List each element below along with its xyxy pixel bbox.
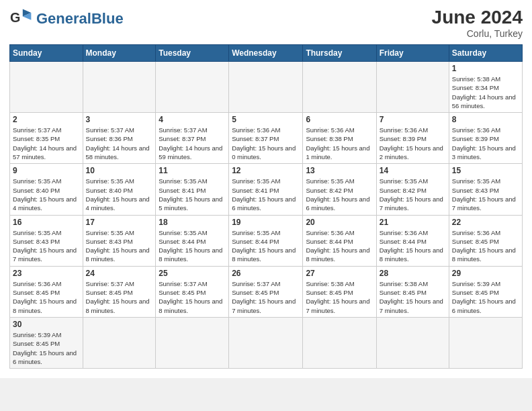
- day-number: 7: [380, 115, 446, 124]
- col-wednesday: Wednesday: [229, 45, 303, 62]
- day-info: Sunrise: 5:35 AM Sunset: 8:41 PM Dayligh…: [232, 177, 300, 212]
- table-row: [229, 317, 303, 368]
- day-info: Sunrise: 5:39 AM Sunset: 8:45 PM Dayligh…: [13, 330, 80, 366]
- day-info: Sunrise: 5:38 AM Sunset: 8:34 PM Dayligh…: [452, 75, 519, 110]
- table-row: 10Sunrise: 5:35 AM Sunset: 8:40 PM Dayli…: [83, 164, 156, 215]
- day-number: 28: [380, 269, 446, 278]
- title-block: June 2024 Corlu, Turkey: [432, 7, 523, 39]
- day-number: 8: [452, 115, 519, 124]
- table-row: 23Sunrise: 5:36 AM Sunset: 8:45 PM Dayli…: [10, 266, 83, 317]
- day-number: 11: [159, 166, 226, 175]
- day-info: Sunrise: 5:38 AM Sunset: 8:45 PM Dayligh…: [380, 279, 446, 315]
- logo-blue: Blue: [91, 10, 124, 27]
- day-info: Sunrise: 5:35 AM Sunset: 8:44 PM Dayligh…: [232, 228, 300, 264]
- day-number: 6: [306, 115, 373, 124]
- day-info: Sunrise: 5:36 AM Sunset: 8:44 PM Dayligh…: [380, 228, 446, 264]
- day-number: 4: [159, 115, 226, 124]
- day-number: 2: [13, 115, 80, 124]
- calendar-table: Sunday Monday Tuesday Wednesday Thursday…: [9, 44, 523, 369]
- day-number: 16: [13, 218, 80, 227]
- logo-general: General: [36, 10, 91, 27]
- day-number: 26: [232, 269, 300, 278]
- table-row: 1Sunrise: 5:38 AM Sunset: 8:34 PM Daylig…: [449, 62, 522, 113]
- day-number: 5: [232, 115, 300, 124]
- day-number: 27: [306, 269, 373, 278]
- calendar-week-2: 2Sunrise: 5:37 AM Sunset: 8:35 PM Daylig…: [10, 113, 523, 164]
- table-row: 24Sunrise: 5:37 AM Sunset: 8:45 PM Dayli…: [83, 266, 156, 317]
- table-row: 6Sunrise: 5:36 AM Sunset: 8:38 PM Daylig…: [303, 113, 376, 164]
- table-row: 9Sunrise: 5:35 AM Sunset: 8:40 PM Daylig…: [10, 164, 83, 215]
- table-row: 16Sunrise: 5:35 AM Sunset: 8:43 PM Dayli…: [10, 215, 83, 266]
- month-year: June 2024: [432, 7, 523, 28]
- day-info: Sunrise: 5:35 AM Sunset: 8:40 PM Dayligh…: [13, 177, 80, 212]
- day-number: 14: [380, 166, 446, 175]
- day-number: 29: [452, 269, 519, 278]
- day-info: Sunrise: 5:35 AM Sunset: 8:43 PM Dayligh…: [452, 177, 519, 212]
- col-saturday: Saturday: [449, 45, 522, 62]
- day-number: 3: [86, 115, 153, 124]
- day-info: Sunrise: 5:36 AM Sunset: 8:39 PM Dayligh…: [452, 126, 519, 161]
- day-number: 20: [306, 218, 373, 227]
- day-info: Sunrise: 5:36 AM Sunset: 8:44 PM Dayligh…: [306, 228, 373, 264]
- table-row: [156, 62, 229, 113]
- day-number: 25: [159, 269, 226, 278]
- table-row: [449, 317, 522, 368]
- table-row: 12Sunrise: 5:35 AM Sunset: 8:41 PM Dayli…: [229, 164, 303, 215]
- table-row: 21Sunrise: 5:36 AM Sunset: 8:44 PM Dayli…: [376, 215, 449, 266]
- general-blue-logo-icon: G: [9, 7, 34, 31]
- table-row: [376, 317, 449, 368]
- table-row: 8Sunrise: 5:36 AM Sunset: 8:39 PM Daylig…: [449, 113, 522, 164]
- day-number: 30: [13, 320, 80, 329]
- table-row: [10, 62, 83, 113]
- table-row: 4Sunrise: 5:37 AM Sunset: 8:37 PM Daylig…: [156, 113, 229, 164]
- table-row: 3Sunrise: 5:37 AM Sunset: 8:36 PM Daylig…: [83, 113, 156, 164]
- day-info: Sunrise: 5:36 AM Sunset: 8:45 PM Dayligh…: [452, 228, 519, 264]
- day-info: Sunrise: 5:38 AM Sunset: 8:45 PM Dayligh…: [306, 279, 373, 315]
- table-row: 17Sunrise: 5:35 AM Sunset: 8:43 PM Dayli…: [83, 215, 156, 266]
- day-number: 19: [232, 218, 300, 227]
- table-row: [303, 317, 376, 368]
- location: Corlu, Turkey: [432, 28, 523, 39]
- header: G GeneralBlue June 2024 Corlu, Turkey: [9, 7, 523, 39]
- table-row: 13Sunrise: 5:35 AM Sunset: 8:42 PM Dayli…: [303, 164, 376, 215]
- table-row: 19Sunrise: 5:35 AM Sunset: 8:44 PM Dayli…: [229, 215, 303, 266]
- day-number: 17: [86, 218, 153, 227]
- day-info: Sunrise: 5:35 AM Sunset: 8:43 PM Dayligh…: [86, 228, 153, 264]
- day-info: Sunrise: 5:35 AM Sunset: 8:42 PM Dayligh…: [380, 177, 446, 212]
- day-number: 12: [232, 166, 300, 175]
- day-number: 21: [380, 218, 446, 227]
- day-info: Sunrise: 5:35 AM Sunset: 8:40 PM Dayligh…: [86, 177, 153, 212]
- table-row: 20Sunrise: 5:36 AM Sunset: 8:44 PM Dayli…: [303, 215, 376, 266]
- day-number: 1: [452, 64, 519, 73]
- table-row: [376, 62, 449, 113]
- day-number: 9: [13, 166, 80, 175]
- day-number: 10: [86, 166, 153, 175]
- day-number: 24: [86, 269, 153, 278]
- table-row: 28Sunrise: 5:38 AM Sunset: 8:45 PM Dayli…: [376, 266, 449, 317]
- table-row: [83, 317, 156, 368]
- table-row: [229, 62, 303, 113]
- col-thursday: Thursday: [303, 45, 376, 62]
- svg-text:G: G: [10, 10, 20, 25]
- table-row: 27Sunrise: 5:38 AM Sunset: 8:45 PM Dayli…: [303, 266, 376, 317]
- day-info: Sunrise: 5:37 AM Sunset: 8:45 PM Dayligh…: [86, 279, 153, 315]
- day-info: Sunrise: 5:37 AM Sunset: 8:37 PM Dayligh…: [159, 126, 226, 161]
- page: G GeneralBlue June 2024 Corlu, Turkey Su…: [0, 0, 532, 378]
- day-info: Sunrise: 5:37 AM Sunset: 8:35 PM Dayligh…: [13, 126, 80, 161]
- day-info: Sunrise: 5:35 AM Sunset: 8:44 PM Dayligh…: [159, 228, 226, 264]
- day-info: Sunrise: 5:35 AM Sunset: 8:42 PM Dayligh…: [306, 177, 373, 212]
- table-row: 5Sunrise: 5:36 AM Sunset: 8:37 PM Daylig…: [229, 113, 303, 164]
- day-number: 22: [452, 218, 519, 227]
- day-info: Sunrise: 5:35 AM Sunset: 8:43 PM Dayligh…: [13, 228, 80, 264]
- day-info: Sunrise: 5:37 AM Sunset: 8:45 PM Dayligh…: [159, 279, 226, 315]
- calendar-week-6: 30Sunrise: 5:39 AM Sunset: 8:45 PM Dayli…: [10, 317, 523, 368]
- day-info: Sunrise: 5:37 AM Sunset: 8:45 PM Dayligh…: [232, 279, 300, 315]
- calendar-week-3: 9Sunrise: 5:35 AM Sunset: 8:40 PM Daylig…: [10, 164, 523, 215]
- table-row: 26Sunrise: 5:37 AM Sunset: 8:45 PM Dayli…: [229, 266, 303, 317]
- calendar-header-row: Sunday Monday Tuesday Wednesday Thursday…: [10, 45, 523, 62]
- day-info: Sunrise: 5:36 AM Sunset: 8:39 PM Dayligh…: [380, 126, 446, 161]
- col-tuesday: Tuesday: [156, 45, 229, 62]
- calendar-week-4: 16Sunrise: 5:35 AM Sunset: 8:43 PM Dayli…: [10, 215, 523, 266]
- col-friday: Friday: [376, 45, 449, 62]
- logo: G GeneralBlue: [9, 7, 124, 31]
